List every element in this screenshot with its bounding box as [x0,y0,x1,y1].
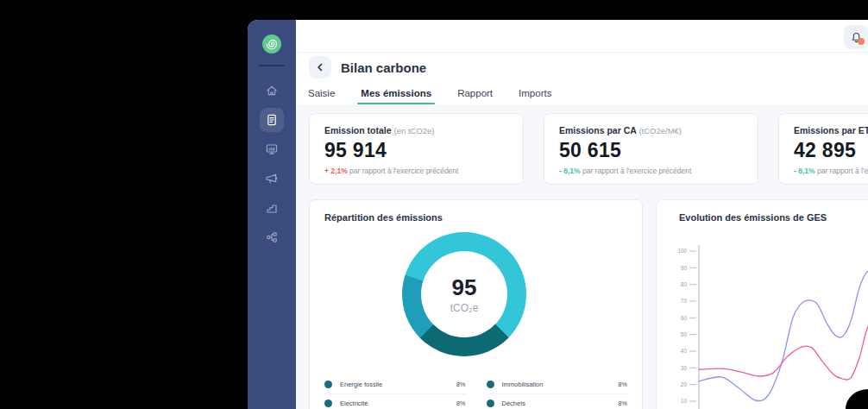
stat-card-title: Emission totale (en tCO2e) [324,125,508,135]
sidebar-item-dashboard[interactable] [260,137,284,161]
legend-item: Déchets8% [487,394,628,409]
document-icon [265,113,279,127]
stat-card-delta: - 6,1% par rapport à l'exercice précéden… [794,167,868,175]
y-tick-label: 100 [677,248,687,254]
donut-center-value: 95 [452,274,477,301]
legend-value: 8% [618,381,627,388]
stat-card-delta-percent: - 6,1% [794,167,815,175]
bar-chart-icon [265,201,279,215]
back-button[interactable] [309,56,331,79]
stat-card-delta: + 2,1% par rapport à l'exercice précéden… [324,167,508,175]
legend-value: 8% [456,381,466,388]
tab-bar: SaisieMes émissionsRapportImports [306,85,553,104]
page-title: Bilan carbone [341,60,426,75]
spiral-logo-icon[interactable] [262,35,281,53]
stat-card-title: Emissions par CA (tCO2e/M€) [559,125,743,135]
sidebar-item-documents[interactable] [260,108,284,132]
tab-rapport[interactable]: Rapport [456,85,494,104]
legend-label: Déchets [502,400,619,407]
stat-card-delta-percent: + 2,1% [324,167,348,175]
home-icon [265,84,279,98]
y-tick-label: 10 [681,398,688,404]
tab-imports[interactable]: Imports [517,85,553,104]
donut-chart: 95 tCO₂e [402,232,526,356]
sidebar-item-statistics[interactable] [260,196,284,220]
chevron-left-icon [315,62,325,72]
screenshot-stage: Bilan carbone SaisieMes émissionsRapport… [0,0,868,409]
legend-dot-icon [487,381,494,388]
stat-card-unit: (tCO2e/M€) [638,126,682,135]
line-series-2 [699,318,868,380]
line-series-1 [699,270,868,400]
stat-card-value: 42 895 [794,139,868,162]
emissions-repartition-card: Répartition des émissions 95 tCO₂e Energ… [309,199,643,409]
stat-card: Emission totale (en tCO2e)95 914+ 2,1% p… [309,113,524,185]
donut-legend: Energie fossile8%Immobilisation8%Electri… [324,375,627,409]
app-window: Bilan carbone SaisieMes émissionsRapport… [248,20,868,409]
stat-card-delta-percent: - 6,1% [559,167,581,175]
y-tick-label: 60 [681,315,688,321]
page-header: Bilan carbone SaisieMes émissionsRapport… [296,53,868,104]
ges-evolution-card: Evolution des émissions de GES 100908070… [656,199,868,409]
y-tick-label: 40 [681,348,688,354]
stat-card-unit: (en tCO2e) [394,126,435,135]
sidebar-item-home[interactable] [260,79,284,103]
stat-card-value: 50 615 [559,139,743,162]
legend-value: 8% [456,400,466,407]
megaphone-icon [265,172,279,186]
legend-label: Electricité [340,400,456,407]
line-chart-title: Evolution des émissions de GES [679,212,827,223]
legend-value: 8% [618,400,627,407]
stat-card-delta: - 6,1% par rapport à l'exercice précéden… [559,167,743,175]
topbar [296,20,868,53]
notifications-button[interactable] [844,25,868,49]
legend-dot-icon [324,381,332,388]
stat-card: Emissions par ETP (tCO2e/ETP)42 895- 6,1… [778,113,868,185]
y-tick-label: 80 [681,281,688,287]
y-tick-label: 70 [681,298,688,304]
sidebar-item-announcements[interactable] [260,167,284,191]
donut-chart-title: Répartition des émissions [324,212,443,223]
legend-dot-icon [324,400,332,407]
legend-dot-icon [487,400,494,407]
main-area: Bilan carbone SaisieMes émissionsRapport… [296,20,868,409]
legend-label: Immobilisation [502,381,619,388]
tab-saisie[interactable]: Saisie [306,85,337,104]
sidebar-item-organisation[interactable] [260,225,284,249]
sidebar [248,20,296,409]
stat-card-title: Emissions par ETP (tCO2e/ETP) [794,125,868,135]
network-icon [265,230,279,244]
monitor-icon [265,142,279,156]
tab-mes-missions[interactable]: Mes émissions [359,85,433,104]
notification-badge [858,38,865,45]
y-tick-label: 90 [681,265,688,271]
donut-center-unit: tCO₂e [450,302,479,314]
y-tick-label: 20 [681,381,688,387]
legend-label: Energie fossile [340,381,456,388]
y-tick-label: 50 [681,331,688,337]
legend-item: Electricité8% [324,394,466,409]
line-chart-svg: 100908070605040302010 [657,224,868,409]
y-tick-label: 30 [681,365,688,371]
stat-card-value: 95 914 [324,139,508,162]
sidebar-nav [260,79,284,249]
legend-item: Energie fossile8% [324,375,466,394]
sidebar-divider [259,65,285,66]
stat-card: Emissions par CA (tCO2e/M€)50 615- 6,1% … [544,113,758,185]
legend-item: Immobilisation8% [487,375,628,394]
content: Emission totale (en tCO2e)95 914+ 2,1% p… [296,104,868,409]
donut-center: 95 tCO₂e [421,251,507,337]
